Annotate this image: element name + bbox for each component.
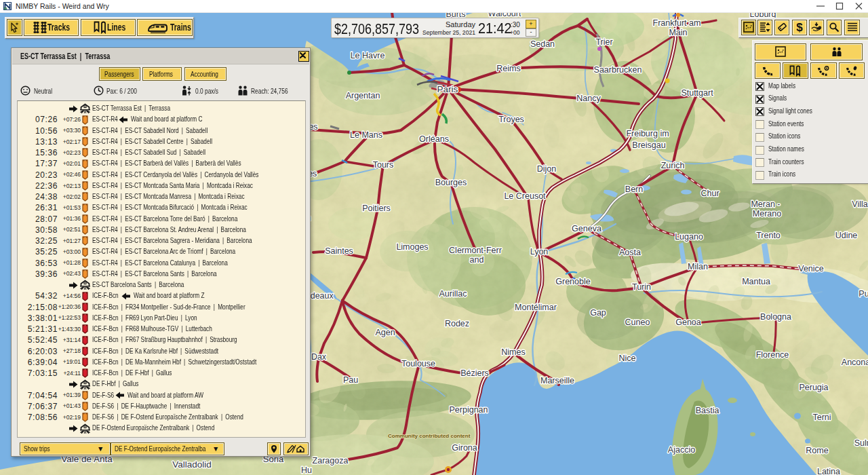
svg-text:Perugia: Perugia — [799, 383, 828, 392]
svg-text:Argentan: Argentan — [346, 91, 380, 100]
svg-text:Sulm: Sulm — [854, 438, 868, 448]
svg-text:Rodez: Rodez — [445, 319, 469, 328]
svg-text:Cuneo: Cuneo — [625, 318, 650, 327]
svg-text:Poitiers: Poitiers — [362, 204, 391, 213]
svg-text:Le Creusot: Le Creusot — [504, 191, 546, 201]
svg-text:Geneva: Geneva — [572, 224, 601, 233]
svg-text:Montélimar: Montélimar — [515, 303, 557, 312]
svg-text:Zurich: Zurich — [661, 161, 685, 170]
svg-text:Troyes: Troyes — [498, 115, 524, 124]
svg-text:Dax: Dax — [311, 352, 327, 362]
svg-text:Marseille: Marseille — [540, 376, 574, 385]
svg-text:Reims: Reims — [496, 64, 520, 73]
svg-text:Agen: Agen — [375, 328, 395, 337]
svg-text:Ajaccio: Ajaccio — [668, 445, 695, 455]
svg-text:Saarbrucken: Saarbrucken — [594, 65, 642, 75]
svg-text:Bern: Bern — [625, 185, 643, 194]
svg-text:Meran -: Meran - — [751, 200, 780, 209]
svg-text:Rome: Rome — [806, 446, 828, 455]
svg-text:Lugano: Lugano — [675, 232, 703, 242]
svg-text:Milan: Milan — [688, 262, 708, 271]
svg-text:Freiburg im: Freiburg im — [626, 129, 669, 138]
svg-text:Chur: Chur — [701, 189, 719, 198]
svg-text:Merano: Merano — [753, 209, 781, 218]
svg-text:Trier: Trier — [595, 37, 612, 47]
svg-text:Stuttgart: Stuttgart — [681, 88, 713, 98]
svg-text:Bologna: Bologna — [760, 312, 791, 322]
svg-text:Ancona: Ancona — [842, 358, 868, 367]
svg-text:Pu: Pu — [859, 289, 868, 299]
svg-text:Pau: Pau — [343, 375, 358, 385]
svg-text:Béziers: Béziers — [460, 368, 489, 378]
svg-text:Grenoble: Grenoble — [555, 277, 590, 286]
svg-text:Nimes: Nimes — [501, 347, 525, 357]
svg-text:Nice: Nice — [618, 354, 635, 363]
svg-text:Sedan: Sedan — [530, 39, 555, 49]
svg-text:Bourges: Bourges — [435, 178, 467, 187]
svg-text:Genoa: Genoa — [675, 318, 701, 327]
svg-text:Tours: Tours — [373, 160, 394, 170]
svg-text:Main: Main — [669, 28, 687, 37]
svg-text:Terni: Terni — [812, 413, 831, 422]
svg-text:Florence: Florence — [756, 350, 789, 360]
svg-text:Gap: Gap — [590, 308, 606, 318]
svg-text:Turin: Turin — [632, 282, 651, 292]
svg-text:Frankfurt am: Frankfurt am — [653, 18, 701, 28]
svg-text:Trento: Trento — [756, 231, 781, 240]
svg-text:Latina: Latina — [817, 467, 840, 475]
svg-text:Villa: Villa — [852, 200, 867, 209]
svg-text:Le Mans: Le Mans — [350, 130, 382, 140]
svg-text:Zaragoza: Zaragoza — [313, 456, 349, 466]
svg-text:Breisgau: Breisgau — [632, 140, 665, 150]
svg-text:Venice: Venice — [798, 264, 824, 273]
svg-text:Mantua: Mantua — [742, 277, 770, 286]
svg-text:Aurillac: Aurillac — [439, 289, 467, 299]
svg-text:Clermont-Ferr: Clermont-Ferr — [449, 246, 502, 255]
svg-text:Dijon: Dijon — [537, 164, 557, 174]
svg-text:Aosta: Aosta — [619, 248, 641, 257]
svg-text:Toulouse: Toulouse — [401, 359, 435, 368]
svg-text:Nancy: Nancy — [576, 94, 601, 103]
svg-text:Le Havre: Le Havre — [351, 51, 385, 60]
svg-text:Hu: Hu — [301, 466, 312, 475]
svg-text:Community contributed content: Community contributed content — [388, 433, 471, 439]
svg-text:Perpignan: Perpignan — [450, 405, 488, 415]
svg-text:Orléans: Orléans — [419, 134, 449, 144]
svg-text:Udine: Udine — [835, 231, 858, 240]
svg-text:Paris: Paris — [437, 84, 458, 94]
svg-text:Saintes: Saintes — [325, 246, 353, 256]
svg-text:Lyon: Lyon — [530, 247, 549, 256]
svg-text:Limoges: Limoges — [396, 242, 428, 252]
svg-text:and: and — [470, 255, 484, 265]
svg-text:Bastia: Bastia — [696, 406, 719, 415]
svg-text:Girona: Girona — [452, 443, 477, 453]
svg-text:Valladolid: Valladolid — [172, 459, 212, 470]
